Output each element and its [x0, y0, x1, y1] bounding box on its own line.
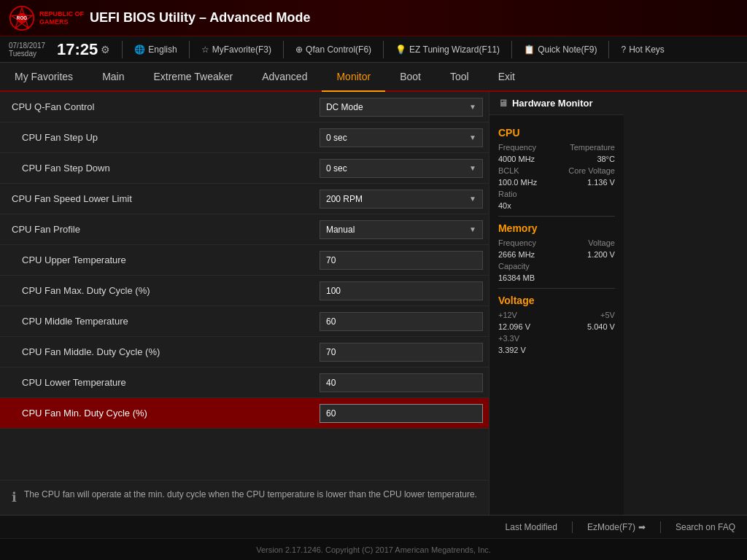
settings-list: CPU Q-Fan Control DC Mode ▼ CPU Fan Step… [0, 92, 489, 480]
toolbar-language[interactable]: 🌐 English [134, 44, 177, 55]
setting-label-cpu-qfan: CPU Q-Fan Control [0, 96, 314, 118]
info-icon: ℹ [12, 489, 17, 505]
sidebar-12v-key: +12V [498, 311, 517, 319]
toolbar-qfan[interactable]: ⊕ Qfan Control(F6) [295, 44, 371, 55]
info-text: The CPU fan will operate at the min. dut… [24, 488, 477, 501]
nav-boot[interactable]: Boot [385, 63, 436, 90]
qfan-label: Qfan Control(F6) [306, 44, 371, 55]
input-upper-temp[interactable] [320, 251, 483, 270]
dropdown-arrow-icon: ▼ [469, 103, 476, 111]
dropdown-fan-profile[interactable]: Manual ▼ [320, 220, 483, 239]
sidebar-12v-row: +12V +5V [498, 311, 615, 319]
republic-text: REPUBLIC OF [39, 10, 84, 18]
sidebar-cpu-temp-val: 38°C [597, 155, 615, 163]
nav-main[interactable]: Main [88, 63, 139, 90]
toolbar-eztuning[interactable]: 💡 EZ Tuning Wizard(F11) [395, 44, 500, 55]
nav-exit[interactable]: Exit [484, 63, 530, 90]
nav-monitor[interactable]: Monitor [322, 63, 385, 92]
version-bar: Version 2.17.1246. Copyright (C) 2017 Am… [0, 538, 747, 560]
setting-row-fan-step-down[interactable]: CPU Fan Step Down 0 sec ▼ [0, 153, 489, 184]
setting-label-speed-lower-limit: CPU Fan Speed Lower Limit [0, 187, 314, 210]
sidebar-volt-title: Voltage [498, 295, 615, 306]
sidebar-ratio-key: Ratio [498, 190, 517, 198]
setting-value-min-duty[interactable] [314, 401, 489, 426]
sidebar-cpu-freq-key: Frequency [498, 143, 536, 152]
setting-row-mid-temp[interactable]: CPU Middle Temperature [0, 306, 489, 337]
search-faq-btn[interactable]: Search on FAQ [676, 522, 735, 532]
input-min-duty[interactable] [320, 404, 483, 423]
input-lower-temp[interactable] [320, 373, 483, 392]
settings-gear-icon[interactable]: ⚙ [101, 44, 110, 55]
nav-advanced[interactable]: Advanced [247, 63, 322, 90]
question-icon: ? [621, 44, 626, 55]
setting-row-max-duty[interactable]: CPU Fan Max. Duty Cycle (%) [0, 276, 489, 306]
setting-row-min-duty[interactable]: CPU Fan Min. Duty Cycle (%) [0, 398, 489, 429]
svg-text:ROG: ROG [17, 15, 27, 20]
toolbar-sep-5 [511, 41, 512, 58]
dropdown-fan-step-up[interactable]: 0 sec ▼ [320, 128, 483, 147]
sidebar-mem-freq-row: Frequency Voltage [498, 238, 615, 247]
sidebar-cpu-freq-row: Frequency Temperature [498, 143, 615, 152]
nav-bar: My Favorites Main Extreme Tweaker Advanc… [0, 63, 747, 92]
sidebar-5v-val: 5.040 V [587, 322, 615, 331]
setting-row-cpu-qfan[interactable]: CPU Q-Fan Control DC Mode ▼ [0, 92, 489, 122]
setting-row-fan-profile[interactable]: CPU Fan Profile Manual ▼ [0, 214, 489, 245]
setting-value-mid-duty[interactable] [314, 340, 489, 365]
input-mid-duty[interactable] [320, 343, 483, 362]
setting-label-lower-temp: CPU Lower Temperature [0, 371, 314, 394]
setting-label-max-duty: CPU Fan Max. Duty Cycle (%) [0, 279, 314, 302]
myfavorite-label: MyFavorite(F3) [212, 44, 271, 55]
input-mid-temp[interactable] [320, 312, 483, 331]
setting-value-lower-temp[interactable] [314, 370, 489, 395]
setting-row-speed-lower-limit[interactable]: CPU Fan Speed Lower Limit 200 RPM ▼ [0, 184, 489, 214]
setting-value-mid-temp[interactable] [314, 309, 489, 334]
content-wrapper: CPU Q-Fan Control DC Mode ▼ CPU Fan Step… [0, 92, 489, 515]
quicknote-label: Quick Note(F9) [538, 44, 597, 55]
toolbar-hotkeys[interactable]: ? Hot Keys [621, 44, 664, 55]
setting-label-fan-step-up: CPU Fan Step Up [0, 126, 314, 149]
ez-mode-btn[interactable]: EzMode(F7) ➡ [587, 522, 646, 532]
toolbar-sep-4 [383, 41, 384, 58]
nav-extreme-tweaker[interactable]: Extreme Tweaker [139, 63, 247, 90]
dropdown-arrow-icon-5: ▼ [469, 225, 476, 233]
setting-value-fan-profile[interactable]: Manual ▼ [314, 217, 489, 242]
last-modified-label: Last Modified [506, 522, 557, 532]
dropdown-fan-step-down[interactable]: 0 sec ▼ [320, 159, 483, 178]
nav-tool[interactable]: Tool [436, 63, 484, 90]
sidebar-33v-key: +3.3V [498, 334, 519, 343]
input-max-duty[interactable] [320, 281, 483, 300]
dropdown-cpu-qfan[interactable]: DC Mode ▼ [320, 98, 483, 117]
sidebar-mem-volt-val: 1.200 V [587, 250, 615, 259]
setting-row-lower-temp[interactable]: CPU Lower Temperature [0, 368, 489, 398]
setting-label-fan-profile: CPU Fan Profile [0, 218, 314, 241]
toolbar-myfavorite[interactable]: ☆ MyFavorite(F3) [201, 44, 271, 55]
toolbar-sep-6 [608, 41, 609, 58]
sidebar-corevolt-val: 1.136 V [587, 178, 615, 187]
setting-value-speed-lower-limit[interactable]: 200 RPM ▼ [314, 187, 489, 211]
hotkeys-label: Hot Keys [629, 44, 665, 55]
setting-value-upper-temp[interactable] [314, 248, 489, 273]
setting-value-fan-step-down[interactable]: 0 sec ▼ [314, 156, 489, 181]
nav-myfavorites[interactable]: My Favorites [0, 63, 88, 90]
setting-value-fan-step-up[interactable]: 0 sec ▼ [314, 125, 489, 150]
bottom-divider-2 [660, 521, 661, 533]
sidebar-cpu-bclk-row: BCLK Core Voltage [498, 166, 615, 175]
sidebar-cpu-title: CPU [498, 127, 615, 139]
setting-row-fan-step-up[interactable]: CPU Fan Step Up 0 sec ▼ [0, 122, 489, 153]
setting-row-upper-temp[interactable]: CPU Upper Temperature [0, 245, 489, 276]
setting-row-mid-duty[interactable]: CPU Fan Middle. Duty Cycle (%) [0, 337, 489, 368]
main-layout: CPU Q-Fan Control DC Mode ▼ CPU Fan Step… [0, 92, 747, 515]
dropdown-arrow-icon-3: ▼ [469, 164, 476, 172]
sidebar-ratio-row: Ratio [498, 190, 615, 198]
sidebar-33v-val-row: 3.392 V [498, 346, 615, 354]
last-modified-btn[interactable]: Last Modified [506, 522, 557, 532]
dropdown-speed-lower-limit[interactable]: 200 RPM ▼ [320, 190, 483, 209]
toolbar-quicknote[interactable]: 📋 Quick Note(F9) [524, 44, 597, 55]
dropdown-speed-lower-limit-text: 200 RPM [326, 194, 363, 204]
sidebar: 🖥 Hardware Monitor CPU Frequency Tempera… [489, 92, 624, 515]
sidebar-bclk-val: 100.0 MHz [498, 178, 537, 187]
setting-value-max-duty[interactable] [314, 279, 489, 303]
setting-value-cpu-qfan[interactable]: DC Mode ▼ [314, 95, 489, 120]
sidebar-cpu-temp-key: Temperature [570, 143, 615, 152]
ez-mode-label: EzMode(F7) [587, 522, 635, 532]
